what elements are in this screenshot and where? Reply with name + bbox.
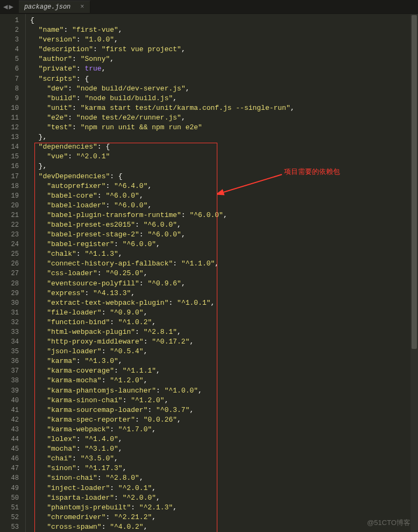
code-line[interactable]: "extract-text-webpack-plugin": "^1.0.1", <box>30 298 295 308</box>
line-number: 23 <box>0 230 19 240</box>
code-line[interactable]: "sinon-chai": "^2.8.0", <box>30 473 295 483</box>
nav-forward-icon[interactable]: ▶ <box>9 2 13 11</box>
line-number: 40 <box>0 396 19 405</box>
code-line[interactable]: "version": "1.0.0", <box>30 35 295 45</box>
code-line[interactable]: "mocha": "^3.1.0", <box>30 444 295 454</box>
code-line[interactable]: "dependencies": { <box>30 142 295 152</box>
code-line[interactable]: "chai": "^3.5.0", <box>30 454 295 464</box>
line-number: 39 <box>0 386 19 396</box>
code-line[interactable]: "private": true, <box>30 64 295 74</box>
line-number: 12 <box>0 123 19 132</box>
code-line[interactable]: "karma-webpack": "^1.7.0", <box>30 425 295 435</box>
line-number: 36 <box>0 356 19 366</box>
line-number: 10 <box>0 103 19 113</box>
code-line[interactable]: "karma-coverage": "^1.1.1", <box>30 366 295 376</box>
line-number: 43 <box>0 425 19 435</box>
nav-arrows: ◀ ▶ <box>3 2 13 11</box>
line-number-gutter: 1234567891011121314151617181920212223242… <box>0 14 26 532</box>
code-line[interactable]: "karma": "^1.3.0", <box>30 356 295 366</box>
code-line[interactable]: "karma-sinon-chai": "^1.2.0", <box>30 396 295 405</box>
line-number: 9 <box>0 94 19 103</box>
code-line[interactable]: "karma-spec-reporter": "0.0.26", <box>30 415 295 425</box>
line-number: 27 <box>0 269 19 278</box>
code-line[interactable]: "isparta-loader": "^2.0.0", <box>30 493 295 503</box>
code-line[interactable]: "e2e": "node test/e2e/runner.js", <box>30 113 295 123</box>
code-line[interactable]: "http-proxy-middleware": "^0.17.2", <box>30 337 295 347</box>
code-line[interactable]: "unit": "karma start test/unit/karma.con… <box>30 103 295 113</box>
line-number: 3 <box>0 35 19 45</box>
line-number: 34 <box>0 337 19 347</box>
code-line[interactable]: "file-loader": "^0.9.0", <box>30 308 295 318</box>
code-line[interactable]: "babel-preset-stage-2": "^6.0.0", <box>30 230 295 240</box>
file-tab[interactable]: package.json × <box>19 1 90 13</box>
line-number: 53 <box>0 522 19 532</box>
watermark: @51CTO博客 <box>367 518 410 528</box>
code-line[interactable]: { <box>30 16 295 25</box>
code-line[interactable]: "karma-mocha": "^1.2.0", <box>30 376 295 386</box>
code-line[interactable]: "babel-plugin-transform-runtime": "^6.0.… <box>30 211 295 220</box>
code-line[interactable]: "sinon": "^1.17.3", <box>30 464 295 473</box>
line-number: 15 <box>0 152 19 162</box>
line-number: 33 <box>0 327 19 337</box>
code-line[interactable]: }, <box>30 162 295 171</box>
code-line[interactable]: "inject-loader": "^2.0.1", <box>30 484 295 493</box>
close-icon[interactable]: × <box>80 3 84 11</box>
code-line[interactable]: "autoprefixer": "^6.4.0", <box>30 181 295 191</box>
code-line[interactable]: "cross-spawn": "^4.0.2", <box>30 522 295 532</box>
code-line[interactable]: "build": "node build/build.js", <box>30 94 295 103</box>
code-line[interactable]: "karma-sourcemap-loader": "^0.3.7", <box>30 405 295 415</box>
line-number: 25 <box>0 249 19 259</box>
code-line[interactable]: "description": "first vue project", <box>30 45 295 54</box>
line-number: 20 <box>0 201 19 211</box>
line-number: 19 <box>0 191 19 201</box>
line-number: 50 <box>0 493 19 503</box>
line-number: 18 <box>0 181 19 191</box>
line-number: 24 <box>0 240 19 249</box>
line-number: 48 <box>0 473 19 483</box>
code-line[interactable]: "author": "Sonny", <box>30 54 295 64</box>
code-line[interactable]: "eventsource-polyfill": "^0.9.6", <box>30 279 295 289</box>
code-line[interactable]: "devDependencies": { <box>30 172 295 181</box>
code-line[interactable]: "function-bind": "^1.0.2", <box>30 318 295 327</box>
line-number: 22 <box>0 220 19 230</box>
code-line[interactable]: "scripts": { <box>30 74 295 84</box>
line-number: 21 <box>0 211 19 220</box>
line-number: 11 <box>0 113 19 123</box>
line-number: 14 <box>0 142 19 152</box>
code-line[interactable]: "test": "npm run unit && npm run e2e" <box>30 123 295 132</box>
code-line[interactable]: "json-loader": "^0.5.4", <box>30 347 295 356</box>
code-content[interactable]: { "name": "first-vue", "version": "1.0.0… <box>26 14 295 532</box>
code-line[interactable]: "dev": "node build/dev-server.js", <box>30 84 295 94</box>
code-line[interactable]: "chalk": "^1.1.3", <box>30 249 295 259</box>
code-line[interactable]: "babel-core": "^6.0.0", <box>30 191 295 201</box>
line-number: 32 <box>0 318 19 327</box>
line-number: 6 <box>0 64 19 74</box>
code-line[interactable]: "babel-register": "^6.0.0", <box>30 240 295 249</box>
line-number: 28 <box>0 279 19 289</box>
line-number: 29 <box>0 289 19 298</box>
code-line[interactable]: "css-loader": "^0.25.0", <box>30 269 295 278</box>
code-line[interactable]: "chromedriver": "^2.21.2", <box>30 513 295 522</box>
line-number: 7 <box>0 74 19 84</box>
code-line[interactable]: "express": "^4.13.3", <box>30 289 295 298</box>
line-number: 16 <box>0 162 19 171</box>
line-number: 51 <box>0 503 19 513</box>
code-line[interactable]: }, <box>30 132 295 142</box>
code-line[interactable]: "babel-preset-es2015": "^6.0.0", <box>30 220 295 230</box>
line-number: 31 <box>0 308 19 318</box>
line-number: 42 <box>0 415 19 425</box>
line-number: 47 <box>0 464 19 473</box>
code-line[interactable]: "html-webpack-plugin": "^2.8.1", <box>30 327 295 337</box>
code-line[interactable]: "phantomjs-prebuilt": "^2.1.3", <box>30 503 295 513</box>
code-line[interactable]: "vue": "^2.0.1" <box>30 152 295 162</box>
code-line[interactable]: "babel-loader": "^6.0.0", <box>30 201 295 211</box>
code-line[interactable]: "lolex": "^1.4.0", <box>30 435 295 444</box>
line-number: 1 <box>0 16 19 25</box>
line-number: 30 <box>0 298 19 308</box>
code-line[interactable]: "name": "first-vue", <box>30 25 295 35</box>
code-line[interactable]: "karma-phantomjs-launcher": "^1.0.0", <box>30 386 295 396</box>
scrollbar-thumb[interactable] <box>412 15 417 349</box>
line-number: 26 <box>0 259 19 269</box>
code-line[interactable]: "connect-history-api-fallback": "^1.1.0"… <box>30 259 295 269</box>
nav-back-icon[interactable]: ◀ <box>3 2 8 11</box>
